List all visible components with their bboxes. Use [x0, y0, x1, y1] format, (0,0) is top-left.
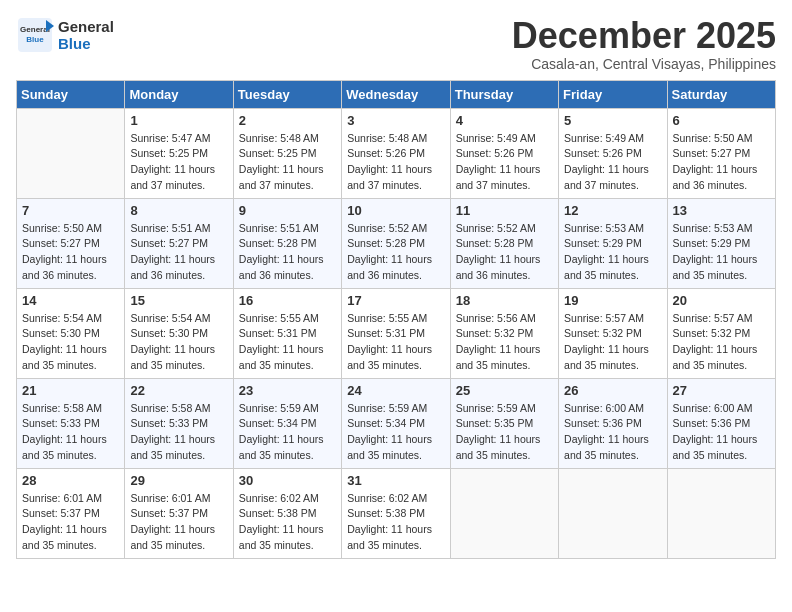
calendar-cell: 4 Sunrise: 5:49 AMSunset: 5:26 PMDayligh… [450, 108, 558, 198]
day-number: 5 [564, 113, 661, 128]
day-info: Sunrise: 6:02 AMSunset: 5:38 PMDaylight:… [347, 491, 444, 554]
day-info: Sunrise: 5:51 AMSunset: 5:28 PMDaylight:… [239, 221, 336, 284]
svg-text:General: General [20, 25, 50, 34]
day-number: 16 [239, 293, 336, 308]
day-info: Sunrise: 5:54 AMSunset: 5:30 PMDaylight:… [130, 311, 227, 374]
day-info: Sunrise: 5:57 AMSunset: 5:32 PMDaylight:… [673, 311, 770, 374]
weekday-header-monday: Monday [125, 80, 233, 108]
calendar-cell: 5 Sunrise: 5:49 AMSunset: 5:26 PMDayligh… [559, 108, 667, 198]
day-number: 31 [347, 473, 444, 488]
day-info: Sunrise: 5:49 AMSunset: 5:26 PMDaylight:… [456, 131, 553, 194]
calendar-cell: 10 Sunrise: 5:52 AMSunset: 5:28 PMDaylig… [342, 198, 450, 288]
day-info: Sunrise: 5:52 AMSunset: 5:28 PMDaylight:… [456, 221, 553, 284]
day-info: Sunrise: 5:56 AMSunset: 5:32 PMDaylight:… [456, 311, 553, 374]
day-info: Sunrise: 5:53 AMSunset: 5:29 PMDaylight:… [673, 221, 770, 284]
day-info: Sunrise: 6:01 AMSunset: 5:37 PMDaylight:… [22, 491, 119, 554]
day-number: 2 [239, 113, 336, 128]
day-number: 30 [239, 473, 336, 488]
calendar-cell: 20 Sunrise: 5:57 AMSunset: 5:32 PMDaylig… [667, 288, 775, 378]
calendar-cell: 3 Sunrise: 5:48 AMSunset: 5:26 PMDayligh… [342, 108, 450, 198]
calendar-cell [559, 468, 667, 558]
calendar-cell: 31 Sunrise: 6:02 AMSunset: 5:38 PMDaylig… [342, 468, 450, 558]
day-number: 19 [564, 293, 661, 308]
calendar-cell: 21 Sunrise: 5:58 AMSunset: 5:33 PMDaylig… [17, 378, 125, 468]
logo-general: General [58, 18, 114, 35]
day-info: Sunrise: 5:52 AMSunset: 5:28 PMDaylight:… [347, 221, 444, 284]
day-info: Sunrise: 5:59 AMSunset: 5:34 PMDaylight:… [239, 401, 336, 464]
day-number: 1 [130, 113, 227, 128]
calendar-cell: 14 Sunrise: 5:54 AMSunset: 5:30 PMDaylig… [17, 288, 125, 378]
day-info: Sunrise: 6:00 AMSunset: 5:36 PMDaylight:… [564, 401, 661, 464]
svg-text:Blue: Blue [26, 35, 44, 44]
calendar-cell: 30 Sunrise: 6:02 AMSunset: 5:38 PMDaylig… [233, 468, 341, 558]
day-number: 17 [347, 293, 444, 308]
calendar-cell: 24 Sunrise: 5:59 AMSunset: 5:34 PMDaylig… [342, 378, 450, 468]
day-number: 9 [239, 203, 336, 218]
calendar-cell: 8 Sunrise: 5:51 AMSunset: 5:27 PMDayligh… [125, 198, 233, 288]
day-info: Sunrise: 5:59 AMSunset: 5:34 PMDaylight:… [347, 401, 444, 464]
day-number: 29 [130, 473, 227, 488]
calendar-cell: 28 Sunrise: 6:01 AMSunset: 5:37 PMDaylig… [17, 468, 125, 558]
calendar-cell: 13 Sunrise: 5:53 AMSunset: 5:29 PMDaylig… [667, 198, 775, 288]
calendar-cell: 11 Sunrise: 5:52 AMSunset: 5:28 PMDaylig… [450, 198, 558, 288]
day-number: 26 [564, 383, 661, 398]
day-info: Sunrise: 5:58 AMSunset: 5:33 PMDaylight:… [130, 401, 227, 464]
day-number: 3 [347, 113, 444, 128]
calendar-cell: 12 Sunrise: 5:53 AMSunset: 5:29 PMDaylig… [559, 198, 667, 288]
title-block: December 2025 Casala-an, Central Visayas… [512, 16, 776, 72]
day-number: 28 [22, 473, 119, 488]
logo-text: General Blue [58, 18, 114, 52]
calendar-cell: 29 Sunrise: 6:01 AMSunset: 5:37 PMDaylig… [125, 468, 233, 558]
calendar-cell: 9 Sunrise: 5:51 AMSunset: 5:28 PMDayligh… [233, 198, 341, 288]
week-row-2: 14 Sunrise: 5:54 AMSunset: 5:30 PMDaylig… [17, 288, 776, 378]
day-number: 12 [564, 203, 661, 218]
week-row-3: 21 Sunrise: 5:58 AMSunset: 5:33 PMDaylig… [17, 378, 776, 468]
day-number: 6 [673, 113, 770, 128]
calendar-table: SundayMondayTuesdayWednesdayThursdayFrid… [16, 80, 776, 559]
day-info: Sunrise: 5:54 AMSunset: 5:30 PMDaylight:… [22, 311, 119, 374]
weekday-header-wednesday: Wednesday [342, 80, 450, 108]
day-number: 22 [130, 383, 227, 398]
location: Casala-an, Central Visayas, Philippines [512, 56, 776, 72]
day-number: 11 [456, 203, 553, 218]
day-number: 7 [22, 203, 119, 218]
calendar-cell [667, 468, 775, 558]
calendar-cell: 19 Sunrise: 5:57 AMSunset: 5:32 PMDaylig… [559, 288, 667, 378]
day-number: 21 [22, 383, 119, 398]
day-number: 8 [130, 203, 227, 218]
logo-icon: General Blue [16, 16, 54, 54]
month-title: December 2025 [512, 16, 776, 56]
calendar-cell [450, 468, 558, 558]
calendar-cell [17, 108, 125, 198]
day-number: 15 [130, 293, 227, 308]
day-info: Sunrise: 6:00 AMSunset: 5:36 PMDaylight:… [673, 401, 770, 464]
page-header: General Blue General Blue December 2025 … [16, 16, 776, 72]
week-row-4: 28 Sunrise: 6:01 AMSunset: 5:37 PMDaylig… [17, 468, 776, 558]
calendar-cell: 25 Sunrise: 5:59 AMSunset: 5:35 PMDaylig… [450, 378, 558, 468]
calendar-cell: 2 Sunrise: 5:48 AMSunset: 5:25 PMDayligh… [233, 108, 341, 198]
calendar-cell: 18 Sunrise: 5:56 AMSunset: 5:32 PMDaylig… [450, 288, 558, 378]
day-info: Sunrise: 5:51 AMSunset: 5:27 PMDaylight:… [130, 221, 227, 284]
day-number: 27 [673, 383, 770, 398]
day-info: Sunrise: 5:48 AMSunset: 5:25 PMDaylight:… [239, 131, 336, 194]
week-row-1: 7 Sunrise: 5:50 AMSunset: 5:27 PMDayligh… [17, 198, 776, 288]
weekday-header-saturday: Saturday [667, 80, 775, 108]
weekday-header-row: SundayMondayTuesdayWednesdayThursdayFrid… [17, 80, 776, 108]
day-number: 14 [22, 293, 119, 308]
logo: General Blue General Blue [16, 16, 114, 54]
logo-container: General Blue General Blue [16, 16, 114, 54]
day-number: 20 [673, 293, 770, 308]
day-info: Sunrise: 5:48 AMSunset: 5:26 PMDaylight:… [347, 131, 444, 194]
weekday-header-thursday: Thursday [450, 80, 558, 108]
day-number: 13 [673, 203, 770, 218]
day-number: 25 [456, 383, 553, 398]
calendar-cell: 7 Sunrise: 5:50 AMSunset: 5:27 PMDayligh… [17, 198, 125, 288]
weekday-header-friday: Friday [559, 80, 667, 108]
calendar-cell: 1 Sunrise: 5:47 AMSunset: 5:25 PMDayligh… [125, 108, 233, 198]
calendar-cell: 27 Sunrise: 6:00 AMSunset: 5:36 PMDaylig… [667, 378, 775, 468]
day-info: Sunrise: 5:55 AMSunset: 5:31 PMDaylight:… [347, 311, 444, 374]
week-row-0: 1 Sunrise: 5:47 AMSunset: 5:25 PMDayligh… [17, 108, 776, 198]
day-info: Sunrise: 5:50 AMSunset: 5:27 PMDaylight:… [22, 221, 119, 284]
day-number: 10 [347, 203, 444, 218]
calendar-cell: 23 Sunrise: 5:59 AMSunset: 5:34 PMDaylig… [233, 378, 341, 468]
